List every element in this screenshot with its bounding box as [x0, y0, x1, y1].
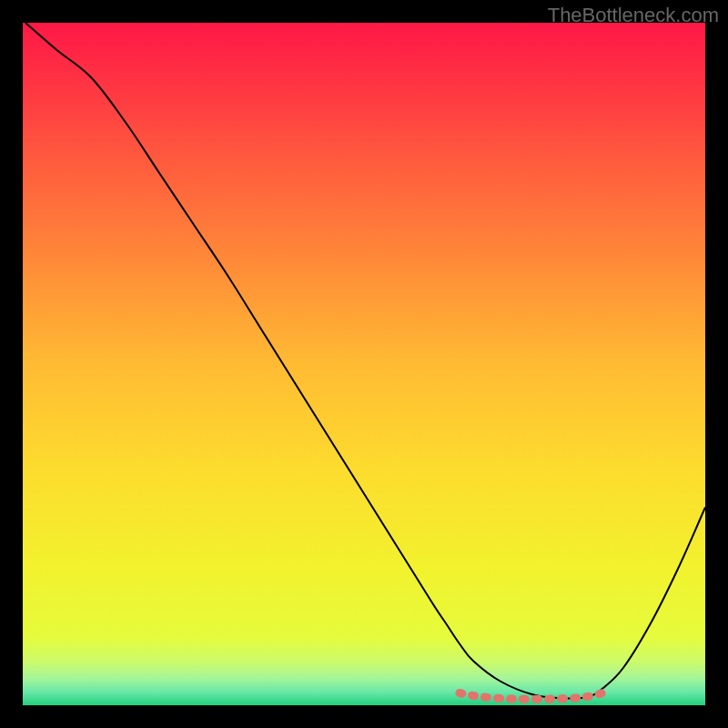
watermark-text: TheBottleneck.com [548, 4, 719, 27]
chart-svg [23, 23, 705, 705]
chart-container: TheBottleneck.com [0, 0, 728, 728]
plot-area [23, 23, 705, 705]
gradient-background [23, 23, 705, 705]
